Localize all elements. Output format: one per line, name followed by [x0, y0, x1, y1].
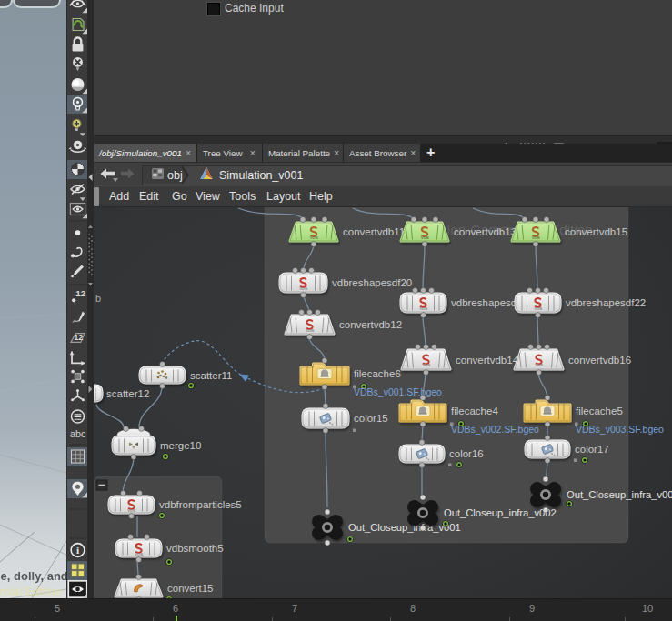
point-numbers-icon[interactable]: 12 — [72, 288, 86, 302]
node-connector[interactable] — [411, 217, 416, 223]
node-connector[interactable] — [419, 463, 425, 468]
node-connector[interactable] — [536, 288, 541, 294]
node-connector[interactable] — [422, 242, 427, 247]
node-connector[interactable] — [544, 288, 549, 294]
node-connector[interactable] — [307, 310, 313, 316]
pane-tab-asset-browser[interactable]: Asset Browser× — [344, 144, 420, 162]
menu-add[interactable]: Add — [109, 190, 129, 203]
node-connector[interactable] — [311, 217, 316, 223]
network-editor[interactable]: Non-Commercial EditionbVDBconvertvdb11VD… — [94, 207, 672, 600]
cache-input-checkbox[interactable] — [207, 3, 220, 15]
tab-close-icon[interactable]: × — [186, 147, 191, 158]
node-connector[interactable] — [424, 345, 429, 350]
back-button[interactable] — [101, 169, 119, 183]
pane-tab-tree-view[interactable]: Tree View× — [197, 144, 262, 162]
gutter-scroll-widget[interactable] — [87, 0, 94, 598]
node-connector[interactable] — [322, 385, 327, 390]
menu-go[interactable]: Go — [172, 190, 187, 203]
node-connector[interactable] — [139, 426, 145, 432]
lock-icon[interactable] — [73, 37, 84, 51]
forward-button[interactable] — [121, 169, 135, 179]
node-connector[interactable] — [533, 242, 538, 247]
node-connector[interactable] — [419, 440, 425, 446]
prim-numbers-icon[interactable]: 12 — [71, 333, 85, 343]
recook-icon[interactable] — [73, 19, 88, 35]
node-connector[interactable] — [545, 436, 550, 441]
network-box-collapse-button[interactable] — [96, 480, 107, 490]
node-connector[interactable] — [522, 217, 527, 223]
node-connector[interactable] — [545, 422, 550, 427]
abc-text-icon[interactable]: abc — [70, 428, 86, 439]
ruler-corner-icon[interactable] — [70, 352, 85, 366]
eye-box-icon[interactable] — [68, 581, 87, 598]
node-connector[interactable] — [325, 509, 330, 515]
node-connector[interactable] — [422, 217, 427, 223]
node-connector[interactable] — [420, 396, 426, 401]
pane-tab--obj-simulation-v001[interactable]: /obj/Simulation_v001× — [94, 144, 196, 162]
add-light-icon[interactable] — [73, 119, 85, 136]
tab-add-button[interactable]: + — [426, 145, 435, 161]
pen-icon[interactable] — [71, 265, 84, 278]
pane-splitter-handle[interactable] — [94, 187, 99, 206]
node-connector[interactable] — [300, 217, 306, 223]
menu-layout[interactable]: Layout — [266, 190, 301, 203]
node-connector[interactable] — [121, 491, 126, 496]
tab-close-icon[interactable]: × — [250, 147, 256, 158]
node-connector[interactable] — [421, 313, 426, 318]
node-connector[interactable] — [545, 345, 550, 350]
node-connector[interactable] — [421, 288, 426, 294]
current-frame-marker[interactable] — [176, 616, 177, 621]
node-connector[interactable] — [528, 345, 534, 350]
breadcrumb-current[interactable]: Simulation_v001 — [219, 169, 303, 182]
hide-selected-icon[interactable] — [73, 57, 83, 71]
brush-marker-icon[interactable] — [72, 312, 85, 323]
menu-tools[interactable]: Tools — [229, 190, 256, 203]
node-connector[interactable] — [527, 288, 533, 294]
node-connector[interactable] — [325, 540, 330, 546]
wire[interactable] — [96, 404, 124, 427]
menu-help[interactable]: Help — [309, 190, 333, 203]
node-connector[interactable] — [301, 268, 306, 274]
node-connector[interactable] — [323, 404, 328, 409]
node-connector[interactable] — [416, 345, 421, 350]
node-connector[interactable] — [160, 384, 165, 389]
node-connector[interactable] — [420, 495, 426, 500]
normals-icon[interactable] — [71, 389, 85, 401]
grid-box-icon[interactable] — [71, 450, 84, 463]
node-connector[interactable] — [323, 428, 328, 434]
node-connector[interactable] — [420, 422, 426, 427]
menu-view[interactable]: View — [196, 190, 220, 203]
shaded-sphere-icon[interactable] — [71, 78, 87, 94]
node-connector[interactable] — [432, 345, 437, 350]
orbit-pivot-icon[interactable] — [69, 141, 87, 153]
node-connector[interactable] — [128, 535, 134, 540]
snap-points-icon[interactable] — [71, 370, 84, 383]
network-box-2[interactable] — [94, 476, 222, 600]
node-connector[interactable] — [537, 370, 542, 376]
parameter-pane-scrollbar[interactable] — [94, 135, 672, 144]
node-connector[interactable] — [299, 310, 305, 316]
node-connector[interactable] — [543, 507, 548, 513]
eye-slash-icon[interactable] — [71, 185, 85, 201]
circle-lines-icon[interactable] — [71, 410, 84, 423]
hook-point-icon[interactable] — [71, 248, 82, 258]
node-connector[interactable] — [543, 476, 548, 482]
node-connector[interactable] — [136, 557, 142, 563]
pane-tab-material-palette[interactable]: Material Palette× — [263, 144, 343, 162]
node-connector[interactable] — [124, 426, 129, 432]
node-connector[interactable] — [160, 362, 165, 367]
node-scatter12[interactable]: scatter12 — [94, 380, 149, 407]
timeline-playbar[interactable]: 5678910 — [0, 598, 672, 621]
node-connector[interactable] — [537, 345, 542, 350]
select-visible-icon[interactable] — [70, 0, 87, 13]
info-icon[interactable]: i — [71, 544, 85, 557]
node-connector[interactable] — [545, 396, 550, 401]
points-dot-icon[interactable] — [75, 230, 81, 235]
node-connector[interactable] — [413, 288, 418, 294]
tab-close-icon[interactable]: × — [410, 147, 416, 158]
node-connector[interactable] — [137, 491, 143, 496]
node-connector[interactable] — [311, 242, 316, 247]
node-connector[interactable] — [544, 217, 549, 223]
node-connector[interactable] — [322, 217, 327, 223]
quad-view-icon[interactable] — [71, 563, 85, 576]
